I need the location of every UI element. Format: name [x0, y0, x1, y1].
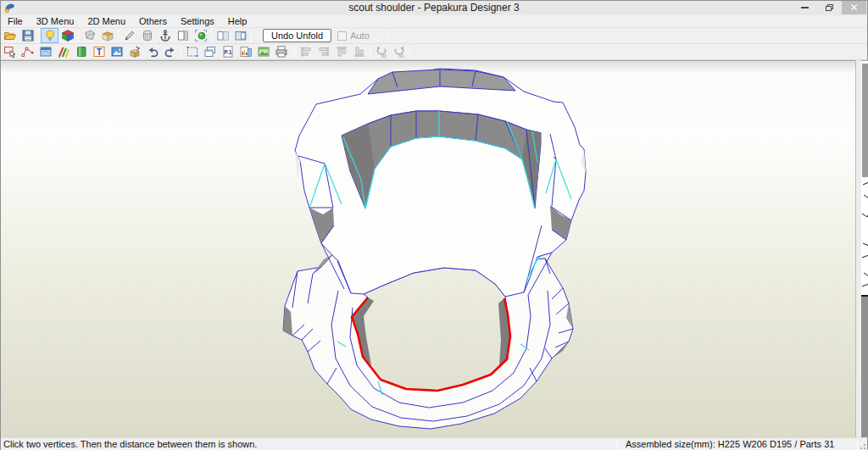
multi-window-icon [203, 45, 217, 58]
edit-edge-button[interactable] [19, 44, 36, 59]
toolbar-separator [388, 30, 389, 42]
minimize-button[interactable] [793, 1, 817, 14]
cylinder-tool-button[interactable] [138, 28, 156, 43]
assembled-size-info: Assembled size(mm): H225 W206 D195 / Par… [626, 439, 834, 449]
select-area-button[interactable] [183, 44, 201, 59]
align-bottom-button[interactable] [350, 44, 368, 59]
layout-pane-left-button[interactable] [214, 28, 231, 43]
open-folder-icon [3, 29, 17, 42]
toolbar-separator [118, 30, 119, 42]
viewport-area [1, 60, 867, 437]
2d-pattern-pane-sliver[interactable] [861, 60, 868, 437]
menu-3d-menu[interactable]: 3D Menu [30, 15, 81, 28]
colored-cube-icon [61, 29, 75, 42]
rotate-cw-90-button[interactable]: 90 [390, 44, 408, 59]
toolbar-main: Undo Unfold Auto [1, 28, 867, 44]
window-controls: ✕ [793, 1, 866, 14]
anchor-point-button[interactable] [156, 28, 174, 43]
insert-image-button[interactable] [108, 44, 125, 59]
menu-help[interactable]: Help [221, 15, 254, 28]
light-bulb-icon [43, 29, 57, 42]
toolbar-separator [294, 46, 295, 58]
menu-others[interactable]: Others [132, 15, 174, 28]
status-bar: Click two vertices. Then the distance be… [1, 437, 867, 450]
print-button[interactable] [272, 44, 290, 59]
page-number-button[interactable]: P.1 [219, 44, 236, 59]
svg-text:P.1: P.1 [224, 49, 231, 55]
texture-image-button[interactable] [254, 44, 272, 59]
arrange-windows-button[interactable] [201, 44, 219, 59]
menu-file[interactable]: File [1, 15, 30, 28]
anchor-icon [159, 29, 172, 42]
layout-right-pane-icon [234, 29, 248, 42]
status-divider [617, 440, 618, 450]
title-bar: scout shoulder - Pepakura Designer 3 ✕ [1, 1, 867, 15]
print-layout-button[interactable] [236, 44, 254, 59]
align-left-icon [299, 45, 313, 58]
rotate-cw-icon: 90 [392, 45, 406, 58]
align-left-button[interactable] [297, 44, 314, 59]
align-top-button[interactable] [332, 44, 350, 59]
green-book-icon [75, 45, 88, 58]
edge-edit-icon [21, 45, 35, 58]
green-sphere-select-icon [194, 29, 208, 42]
align-bottom-icon [353, 45, 366, 58]
auto-checkbox-label: Auto [350, 31, 370, 41]
pages-chart-icon [239, 45, 253, 58]
close-button[interactable]: ✕ [842, 1, 866, 14]
light-toggle-button[interactable] [41, 28, 58, 43]
rotate-ccw-90-button[interactable]: 90 [372, 44, 390, 59]
toolbar-separator [409, 46, 410, 58]
open-box-icon [101, 29, 114, 42]
pane-splitter[interactable] [855, 60, 861, 437]
gray-polyhedron-icon [83, 29, 97, 42]
blue-picture-icon [110, 45, 124, 58]
split-pane-button[interactable] [174, 28, 192, 43]
redo-button[interactable] [161, 44, 179, 59]
toolbar-2d: T [1, 44, 867, 60]
close-icon: ✕ [849, 3, 858, 13]
undo-button[interactable] [143, 44, 161, 59]
scout-shoulder-model [1, 61, 855, 438]
menu-2d-menu[interactable]: 2D Menu [81, 15, 132, 28]
resize-grip[interactable] [858, 442, 866, 450]
auto-checkbox-group: Auto [337, 31, 370, 41]
restore-button[interactable] [817, 1, 842, 14]
layout-pane-right-button[interactable] [231, 28, 249, 43]
restore-icon [826, 4, 833, 11]
text-tool-icon: T [92, 45, 106, 58]
page-number-icon: P.1 [221, 45, 235, 58]
save-button[interactable] [19, 28, 36, 43]
undo-unfold-button[interactable]: Undo Unfold [263, 29, 331, 42]
export-box-button[interactable] [125, 44, 143, 59]
toolbar-separator [38, 30, 39, 42]
material-book-button[interactable] [72, 44, 90, 59]
open-folder-button[interactable] [1, 28, 19, 43]
window-view-button[interactable] [36, 44, 54, 59]
cylinder-icon [141, 29, 154, 42]
3d-view-canvas[interactable] [1, 60, 855, 437]
select-frame-button[interactable] [1, 44, 19, 59]
select-part-button[interactable] [192, 28, 209, 43]
printer-icon [275, 45, 288, 58]
open-box-button[interactable] [98, 28, 116, 43]
undo-arrow-icon [146, 45, 159, 58]
color-pencils-icon [57, 45, 70, 58]
textured-view-button[interactable] [58, 28, 76, 43]
measure-pencil-button[interactable] [120, 28, 138, 43]
align-right-button[interactable] [314, 44, 332, 59]
box-arrow-icon [128, 45, 142, 58]
redo-arrow-icon [164, 45, 177, 58]
svg-text:T: T [96, 47, 101, 57]
toolbar-separator [292, 46, 292, 58]
auto-checkbox[interactable] [337, 31, 347, 41]
rotate-model-button[interactable] [81, 28, 98, 43]
color-pencils-button[interactable] [54, 44, 72, 59]
svg-text:90: 90 [381, 53, 386, 58]
menu-bar: File 3D Menu 2D Menu Others Settings Hel… [1, 15, 867, 28]
toolbar-separator [78, 30, 79, 42]
pencil-icon [123, 29, 136, 42]
menu-settings[interactable]: Settings [174, 15, 221, 28]
insert-text-button[interactable]: T [90, 44, 108, 59]
toolbar-separator [370, 46, 370, 58]
